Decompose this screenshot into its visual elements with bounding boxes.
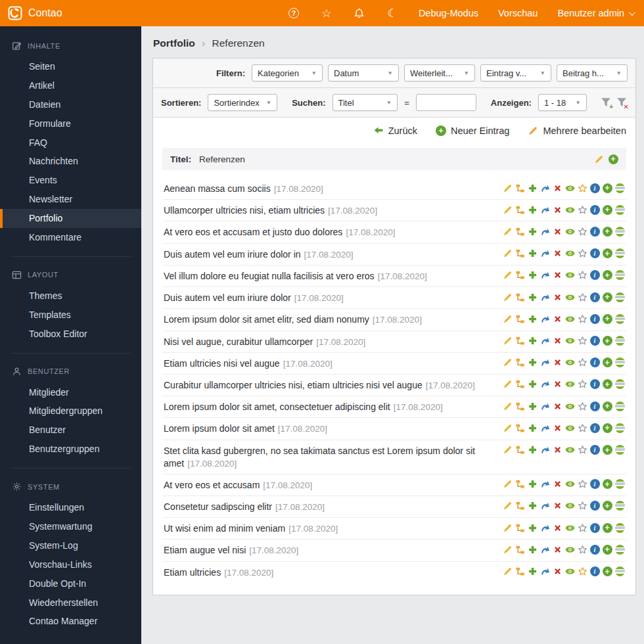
show-details-icon[interactable]: i: [589, 544, 600, 555]
create-after-icon[interactable]: +: [602, 336, 612, 346]
feature-icon[interactable]: [577, 183, 587, 193]
cut-icon[interactable]: [540, 270, 550, 281]
sidebar-item-toolbox-editor[interactable]: Toolbox Editor: [0, 325, 141, 344]
delete-icon[interactable]: [552, 566, 563, 577]
cut-icon[interactable]: [540, 226, 550, 237]
cut-icon[interactable]: [540, 313, 550, 324]
create-after-icon[interactable]: +: [602, 379, 612, 390]
toggle-dates-icon[interactable]: [614, 248, 625, 259]
delete-icon[interactable]: [552, 522, 563, 533]
create-after-icon[interactable]: +: [602, 544, 612, 555]
delete-icon[interactable]: [552, 423, 563, 433]
duplicate-icon[interactable]: [527, 183, 538, 193]
children-icon[interactable]: [515, 379, 525, 390]
feature-icon[interactable]: [577, 204, 587, 215]
toggle-dates-icon[interactable]: [614, 479, 625, 490]
feature-icon[interactable]: [577, 226, 587, 237]
sidebar-item-templates[interactable]: Templates: [0, 306, 141, 325]
duplicate-icon[interactable]: [527, 226, 538, 237]
sidebar-item-double-opt-in[interactable]: Double Opt-In: [0, 574, 141, 593]
sidebar-item-dateien[interactable]: Dateien: [0, 95, 141, 114]
nav-section-header-benutzer[interactable]: Benutzer: [0, 367, 141, 377]
show-details-icon[interactable]: i: [589, 379, 600, 390]
sidebar-item-contao-manager[interactable]: Contao Manager: [0, 612, 141, 631]
create-after-icon[interactable]: +: [602, 313, 612, 324]
sidebar-item-faq[interactable]: FAQ: [0, 133, 141, 152]
sidebar-item-einstellungen[interactable]: Einstellungen: [0, 498, 141, 517]
toggle-dates-icon[interactable]: [614, 379, 625, 390]
create-after-icon[interactable]: +: [602, 248, 612, 259]
feature-icon[interactable]: [577, 544, 587, 555]
toggle-dates-icon[interactable]: [614, 566, 625, 577]
create-after-icon[interactable]: +: [602, 445, 612, 455]
debug-mode-link[interactable]: Debug-Modus: [419, 8, 478, 18]
sidebar-item-formulare[interactable]: Formulare: [0, 114, 141, 133]
edit-multiple-button[interactable]: Mehrere bearbeiten: [528, 126, 626, 136]
toggle-visibility-icon[interactable]: [564, 501, 575, 511]
children-icon[interactable]: [515, 292, 525, 302]
toggle-visibility-icon[interactable]: [564, 423, 575, 433]
cut-icon[interactable]: [540, 379, 550, 390]
dark-mode-moon-icon[interactable]: ☾: [386, 7, 399, 20]
toggle-visibility-icon[interactable]: [564, 248, 575, 259]
children-icon[interactable]: [515, 544, 525, 555]
feature-icon[interactable]: [577, 379, 587, 390]
children-icon[interactable]: [515, 423, 525, 433]
feature-icon[interactable]: [577, 445, 587, 455]
children-icon[interactable]: [515, 248, 525, 259]
edit-icon[interactable]: [502, 226, 513, 237]
duplicate-icon[interactable]: [527, 479, 538, 490]
edit-icon[interactable]: [502, 336, 513, 346]
create-after-icon[interactable]: +: [602, 204, 612, 215]
sidebar-item-systemwartung[interactable]: Systemwartung: [0, 517, 141, 536]
toggle-visibility-icon[interactable]: [564, 357, 575, 368]
edit-icon[interactable]: [502, 357, 513, 368]
toggle-dates-icon[interactable]: [614, 522, 625, 533]
children-icon[interactable]: [515, 501, 525, 511]
delete-icon[interactable]: [552, 544, 563, 555]
sidebar-item-benutzer[interactable]: Benutzer: [0, 421, 141, 440]
toggle-visibility-icon[interactable]: [564, 183, 575, 193]
user-menu[interactable]: Benutzer admin: [557, 8, 633, 18]
delete-icon[interactable]: [552, 270, 563, 281]
filter-select-weiterleit[interactable]: Weiterleit...▼: [404, 64, 475, 81]
sidebar-item-system-log[interactable]: System-Log: [0, 536, 141, 555]
toggle-dates-icon[interactable]: [614, 183, 625, 193]
show-details-icon[interactable]: i: [589, 423, 600, 433]
edit-icon[interactable]: [502, 248, 513, 259]
show-details-icon[interactable]: i: [589, 479, 600, 490]
feature-icon[interactable]: [577, 336, 587, 346]
edit-icon[interactable]: [502, 544, 513, 555]
back-button[interactable]: Zurück: [373, 126, 417, 136]
edit-icon[interactable]: [502, 423, 513, 433]
filter-select-eintrag-v[interactable]: Eintrag v...▼: [480, 64, 551, 81]
cut-icon[interactable]: [540, 566, 550, 577]
toggle-visibility-icon[interactable]: [564, 544, 575, 555]
create-after-icon[interactable]: +: [602, 423, 612, 433]
children-icon[interactable]: [515, 270, 525, 281]
duplicate-icon[interactable]: [527, 566, 538, 577]
children-icon[interactable]: [515, 357, 525, 368]
delete-icon[interactable]: [552, 501, 563, 511]
sidebar-item-mitglieder[interactable]: Mitglieder: [0, 383, 141, 402]
create-after-icon[interactable]: +: [602, 226, 612, 237]
delete-icon[interactable]: [552, 379, 563, 390]
sidebar-item-themes[interactable]: Themes: [0, 287, 141, 306]
toggle-visibility-icon[interactable]: [564, 292, 575, 302]
paste-new-icon[interactable]: +: [608, 154, 618, 164]
show-details-icon[interactable]: i: [589, 292, 600, 302]
toggle-dates-icon[interactable]: [614, 544, 625, 555]
create-after-icon[interactable]: +: [602, 479, 612, 490]
duplicate-icon[interactable]: [527, 544, 538, 555]
duplicate-icon[interactable]: [527, 292, 538, 302]
toggle-visibility-icon[interactable]: [564, 226, 575, 237]
toggle-visibility-icon[interactable]: [564, 270, 575, 281]
edit-icon[interactable]: [502, 401, 513, 411]
help-icon[interactable]: ?: [287, 7, 300, 20]
show-details-icon[interactable]: i: [589, 566, 600, 577]
show-details-icon[interactable]: i: [589, 401, 600, 411]
preview-link[interactable]: Vorschau: [498, 8, 538, 18]
contao-brand[interactable]: Contao: [8, 6, 62, 20]
show-details-icon[interactable]: i: [589, 313, 600, 324]
edit-icon[interactable]: [502, 183, 513, 193]
